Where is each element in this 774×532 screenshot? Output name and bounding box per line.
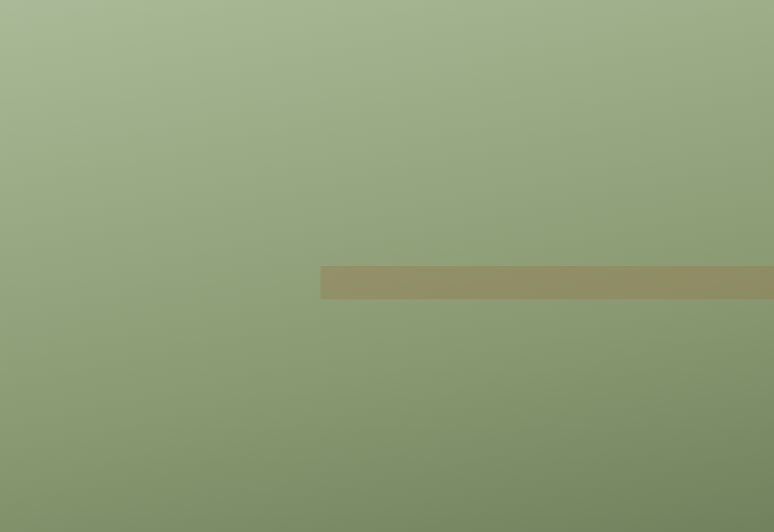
- article-2-image: [271, 454, 740, 517]
- article-2-inner: [271, 454, 740, 517]
- browser-content: Home Examples Posts About Me Contact Me …: [252, 38, 759, 517]
- browser-window: Home Examples Posts About Me Contact Me …: [252, 15, 759, 517]
- right-panel: Home Examples Posts About Me Contact Me …: [237, 0, 774, 532]
- site-main: Cheerful Loving Couple Bakers Drinking C…: [252, 108, 759, 517]
- svg-rect-8: [271, 454, 740, 517]
